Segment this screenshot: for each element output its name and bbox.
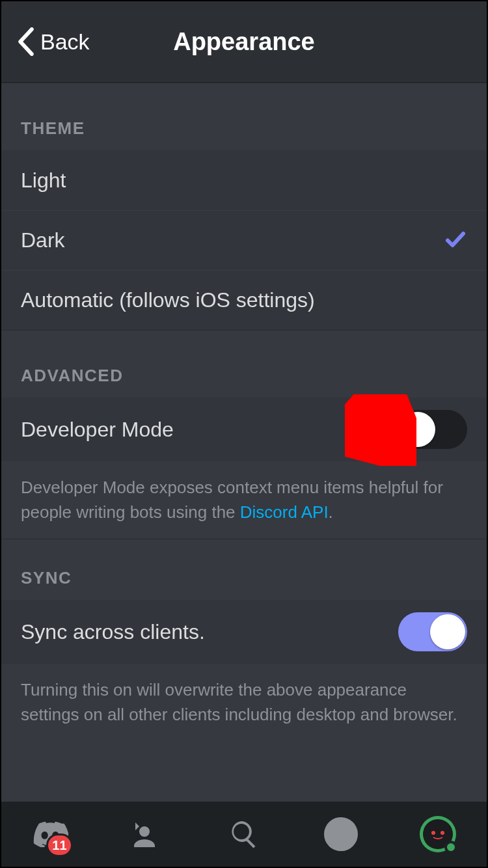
theme-dark-label: Dark bbox=[21, 228, 65, 252]
tab-home[interactable]: 11 bbox=[27, 811, 73, 857]
status-online-icon bbox=[444, 841, 457, 854]
developer-mode-row: Developer Mode bbox=[1, 398, 487, 461]
developer-mode-label: Developer Mode bbox=[21, 418, 174, 442]
sync-label: Sync across clients. bbox=[21, 620, 205, 644]
avatar-face-icon bbox=[428, 828, 448, 841]
checkmark-icon bbox=[444, 228, 467, 254]
developer-mode-description: Developer Mode exposes context menu item… bbox=[1, 461, 487, 539]
tab-profile[interactable] bbox=[415, 811, 461, 857]
tab-mentions[interactable] bbox=[318, 811, 364, 857]
svg-point-5 bbox=[441, 831, 444, 835]
theme-light-label: Light bbox=[21, 169, 66, 193]
tab-friends[interactable] bbox=[124, 811, 170, 857]
header-bar: Back Appearance bbox=[1, 1, 487, 83]
notification-badge: 11 bbox=[46, 834, 72, 857]
sync-toggle[interactable] bbox=[398, 612, 467, 651]
search-icon bbox=[228, 819, 260, 850]
toggle-knob bbox=[430, 614, 465, 649]
back-label: Back bbox=[40, 29, 90, 55]
chevron-left-icon bbox=[17, 27, 35, 56]
sync-description: Turning this on will overwrite the above… bbox=[1, 664, 487, 741]
discord-api-link[interactable]: Discord API bbox=[240, 502, 329, 522]
back-button[interactable]: Back bbox=[17, 1, 90, 82]
theme-automatic-label: Automatic (follows iOS settings) bbox=[21, 288, 315, 312]
section-header-theme: Theme bbox=[1, 83, 487, 150]
toggle-knob bbox=[400, 412, 435, 447]
avatar bbox=[420, 816, 456, 852]
section-header-advanced: Advanced bbox=[1, 330, 487, 398]
svg-point-4 bbox=[431, 831, 435, 835]
section-header-sync: Sync bbox=[1, 539, 487, 600]
tab-bar: 11 bbox=[1, 802, 487, 867]
sync-row: Sync across clients. bbox=[1, 600, 487, 664]
theme-option-dark[interactable]: Dark bbox=[1, 210, 487, 270]
theme-option-automatic[interactable]: Automatic (follows iOS settings) bbox=[1, 270, 487, 330]
friends-icon bbox=[131, 819, 163, 850]
tab-search[interactable] bbox=[221, 811, 267, 857]
theme-option-light[interactable]: Light bbox=[1, 150, 487, 210]
page-title: Appearance bbox=[173, 28, 315, 56]
svg-point-3 bbox=[325, 819, 357, 850]
mentions-icon bbox=[324, 817, 358, 851]
developer-mode-toggle[interactable] bbox=[398, 410, 467, 449]
